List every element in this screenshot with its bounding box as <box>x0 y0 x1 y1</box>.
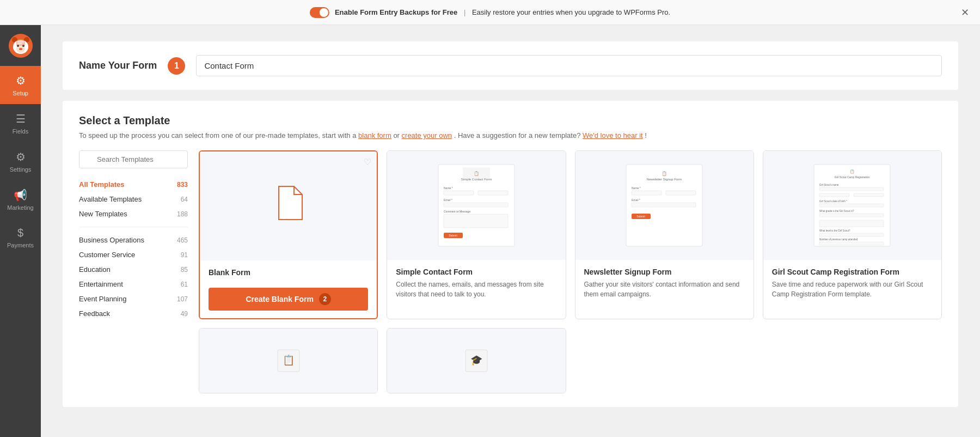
blank-form-link[interactable]: blank form <box>358 131 391 139</box>
template-card-blank[interactable]: ♡ Blank Form <box>199 150 378 319</box>
svg-rect-28 <box>632 191 661 195</box>
step-1-badge: 1 <box>168 57 185 75</box>
filter-all-count: 833 <box>177 181 188 189</box>
filter-available-label: Available Templates <box>79 195 142 203</box>
svg-rect-31 <box>632 203 696 207</box>
template-card-girl-scout[interactable]: 📋 Girl Scout Camp Registration Girl Scou… <box>763 150 942 319</box>
sidebar-item-settings[interactable]: ⚙ Settings <box>0 142 41 180</box>
step-2-badge: 2 <box>319 293 331 305</box>
search-wrapper: 🔍 <box>79 150 188 168</box>
svg-rect-39 <box>819 193 849 197</box>
svg-rect-16 <box>444 191 474 195</box>
card5-preview-img: 📋 <box>199 329 377 393</box>
top-bar-separator: | <box>464 8 465 16</box>
svg-rect-21 <box>444 214 508 228</box>
svg-text:Email *: Email * <box>632 198 640 202</box>
category-entertainment-label: Entertainment <box>79 280 123 288</box>
filter-category-entertainment[interactable]: Entertainment 61 <box>79 277 188 292</box>
create-blank-label: Create Blank Form <box>246 295 313 304</box>
svg-rect-45 <box>819 220 884 227</box>
svg-text:📋: 📋 <box>661 171 667 176</box>
simple-contact-preview: 📋 Simple Contact Form Name * Email * Com… <box>387 151 565 260</box>
filter-new-templates[interactable]: New Templates 188 <box>79 207 188 221</box>
svg-rect-19 <box>444 203 508 207</box>
category-education-label: Education <box>79 265 111 274</box>
template-card-newsletter[interactable]: 📋 Newsletter Signup Form Name * Email * … <box>575 150 754 319</box>
svg-text:📋: 📋 <box>850 169 855 174</box>
hear-it-link[interactable]: We'd love to hear it <box>583 131 643 139</box>
newsletter-preview-img: 📋 Newsletter Signup Form Name * Email * … <box>575 151 754 260</box>
blank-heart-icon[interactable]: ♡ <box>364 157 371 167</box>
form-name-input[interactable] <box>196 55 942 76</box>
template-search-input[interactable] <box>79 150 188 168</box>
category-customer-count: 91 <box>181 251 188 259</box>
newsletter-preview: 📋 Newsletter Signup Form Name * Email * … <box>575 151 754 260</box>
svg-rect-47 <box>819 233 884 236</box>
girl-scout-desc: Save time and reduce paperwork with our … <box>772 280 933 299</box>
template-card-5[interactable]: 📋 <box>199 328 378 393</box>
svg-text:Email *: Email * <box>444 198 452 202</box>
backup-toggle[interactable] <box>310 7 329 18</box>
sidebar-item-fields[interactable]: ☰ Fields <box>0 104 41 142</box>
filter-category-customer-service[interactable]: Customer Service 91 <box>79 247 188 262</box>
filter-available-templates[interactable]: Available Templates 64 <box>79 192 188 207</box>
category-customer-label: Customer Service <box>79 251 135 259</box>
girl-scout-preview: 📋 Girl Scout Camp Registration Girl Scou… <box>763 151 941 260</box>
create-blank-form-button[interactable]: Create Blank Form 2 <box>209 288 368 311</box>
svg-text:Girl Scout's date of birth *: Girl Scout's date of birth * <box>819 200 847 203</box>
setup-icon: ⚙ <box>16 74 26 87</box>
svg-text:🎓: 🎓 <box>470 354 483 366</box>
svg-rect-49 <box>819 242 884 245</box>
content-area: Name Your Form 1 Select a Template To sp… <box>41 25 980 437</box>
marketing-icon: 📢 <box>14 189 27 202</box>
filter-category-event-planning[interactable]: Event Planning 107 <box>79 292 188 306</box>
filter-category-business[interactable]: Business Operations 465 <box>79 233 188 247</box>
main-layout: ⚙ Setup ☰ Fields ⚙ Settings 📢 Marketing … <box>0 25 980 437</box>
simple-contact-desc: Collect the names, emails, and messages … <box>396 280 556 299</box>
newsletter-desc: Gather your site visitors' contact infor… <box>584 280 745 299</box>
create-own-link[interactable]: create your own <box>402 131 452 139</box>
svg-rect-10 <box>17 43 22 44</box>
svg-rect-9 <box>17 41 24 43</box>
template-layout: 🔍 All Templates 833 Available Templates … <box>79 150 942 393</box>
top-bar-desc: Easily restore your entries when you upg… <box>472 8 670 16</box>
svg-text:Submit: Submit <box>636 215 645 218</box>
sidebar-item-setup[interactable]: ⚙ Setup <box>0 66 41 104</box>
sidebar-item-payments[interactable]: $ Payments <box>0 218 41 257</box>
filter-all-label: All Templates <box>79 180 125 189</box>
template-card-simple-contact[interactable]: 📋 Simple Contact Form Name * Email * Com… <box>387 150 566 319</box>
category-feedback-count: 49 <box>181 310 188 318</box>
sidebar-label-payments: Payments <box>7 242 34 248</box>
sidebar-item-marketing[interactable]: 📢 Marketing <box>0 180 41 218</box>
select-template-section: Select a Template To speed up the proces… <box>63 101 958 407</box>
svg-text:What grade is the Girl Scout i: What grade is the Girl Scout in? <box>819 210 854 213</box>
top-bar-message: Enable Form Entry Backups for Free | Eas… <box>335 8 670 16</box>
filter-category-feedback[interactable]: Feedback 49 <box>79 306 188 321</box>
card5-preview: 📋 <box>199 329 377 393</box>
template-card-6[interactable]: 🎓 <box>387 328 566 393</box>
blank-form-title: Blank Form <box>209 268 368 277</box>
sidebar-label-setup: Setup <box>13 90 28 96</box>
top-bar-center: Enable Form Entry Backups for Free | Eas… <box>310 7 670 18</box>
svg-text:📋: 📋 <box>474 171 479 176</box>
filter-available-count: 64 <box>181 196 188 203</box>
icon-sidebar: ⚙ Setup ☰ Fields ⚙ Settings 📢 Marketing … <box>0 25 41 437</box>
svg-text:Name *: Name * <box>632 186 641 190</box>
svg-text:Comment or Message: Comment or Message <box>444 210 470 213</box>
svg-rect-17 <box>478 191 508 195</box>
filter-all-templates[interactable]: All Templates 833 <box>79 177 188 192</box>
filter-divider <box>79 227 188 227</box>
svg-text:📋: 📋 <box>283 354 295 366</box>
category-business-label: Business Operations <box>79 236 144 244</box>
svg-text:Number of previous camp attend: Number of previous camp attended <box>819 238 858 241</box>
name-form-label: Name Your Form <box>79 60 157 71</box>
svg-point-7 <box>19 48 22 50</box>
svg-text:Newsletter Signup Form: Newsletter Signup Form <box>647 178 682 181</box>
blank-file-icon <box>273 185 303 227</box>
svg-rect-38 <box>819 187 884 191</box>
simple-contact-preview-img: 📋 Simple Contact Form Name * Email * Com… <box>387 151 565 260</box>
svg-text:Name *: Name * <box>444 186 453 190</box>
filter-category-education[interactable]: Education 85 <box>79 262 188 277</box>
top-bar-close-button[interactable]: ✕ <box>961 7 969 19</box>
simple-contact-title: Simple Contact Form <box>396 268 556 276</box>
